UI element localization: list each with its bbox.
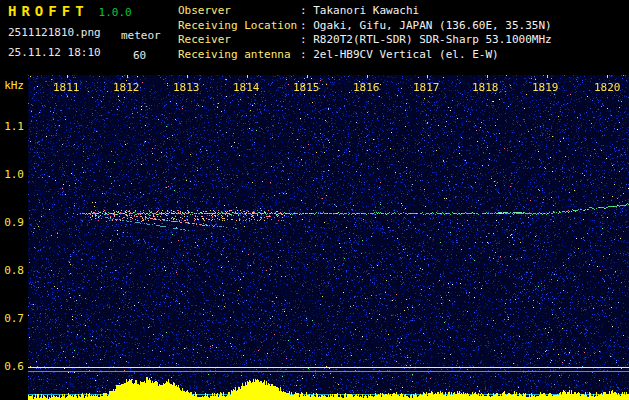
spectrogram-panel: kHz 1.1 1.0 0.9 0.8 0.7 0.6 1811 1812 18… bbox=[0, 75, 629, 400]
freq-tick-label: 1.1 bbox=[4, 120, 24, 133]
app-title-row: HROFFT 1.0.0 bbox=[8, 3, 132, 19]
mode-label: meteor bbox=[121, 29, 161, 42]
info-label: Receiver bbox=[178, 33, 300, 48]
info-row-location: Receiving Location : Ogaki, Gifu, JAPAN … bbox=[178, 19, 552, 34]
hrofft-screenshot: HROFFT 1.0.0 2511121810.png meteor 25.11… bbox=[0, 0, 629, 400]
freq-unit-label: kHz bbox=[4, 79, 24, 92]
app-title: HROFFT bbox=[8, 3, 89, 19]
freq-tick-label: 0.9 bbox=[4, 216, 24, 229]
info-label: Observer bbox=[178, 4, 300, 19]
info-label: Receiving Location bbox=[178, 19, 300, 34]
info-value: : 2el-HB9CV Vertical (el. E-W) bbox=[300, 48, 499, 63]
frequency-axis: kHz 1.1 1.0 0.9 0.8 0.7 0.6 bbox=[0, 75, 28, 400]
info-label: Receiving antenna bbox=[178, 48, 300, 63]
info-row-antenna: Receiving antenna : 2el-HB9CV Vertical (… bbox=[178, 48, 552, 63]
spectrogram-canvas bbox=[28, 75, 629, 400]
info-row-receiver: Receiver : R820T2(RTL-SDR) SDR-Sharp 53.… bbox=[178, 33, 552, 48]
freq-tick-label: 1.0 bbox=[4, 168, 24, 181]
info-row-observer: Observer : Takanori Kawachi bbox=[178, 4, 552, 19]
output-filename: 2511121810.png bbox=[8, 26, 101, 39]
datetime-label: 25.11.12 18:10 bbox=[8, 46, 101, 59]
header: HROFFT 1.0.0 2511121810.png meteor 25.11… bbox=[0, 0, 629, 75]
info-value: : R820T2(RTL-SDR) SDR-Sharp 53.1000MHz bbox=[300, 33, 552, 48]
duration-label: 60 bbox=[133, 49, 146, 62]
freq-tick-label: 0.7 bbox=[4, 312, 24, 325]
station-info: Observer : Takanori Kawachi Receiving Lo… bbox=[178, 4, 552, 62]
info-value: : Ogaki, Gifu, JAPAN (136.60E, 35.35N) bbox=[300, 19, 552, 34]
freq-tick-label: 0.6 bbox=[4, 360, 24, 373]
app-version: 1.0.0 bbox=[99, 6, 132, 19]
info-value: : Takanori Kawachi bbox=[300, 4, 419, 19]
freq-tick-label: 0.8 bbox=[4, 264, 24, 277]
